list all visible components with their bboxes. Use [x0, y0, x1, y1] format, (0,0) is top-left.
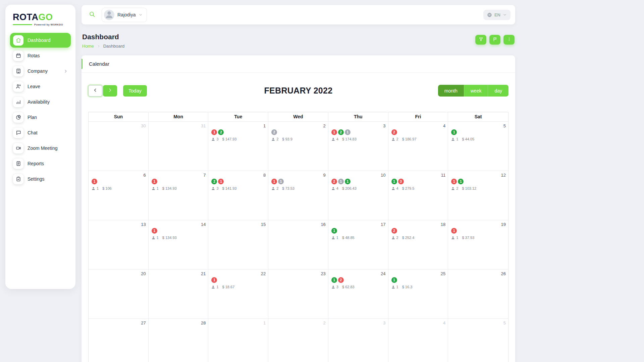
calendar-day-cell[interactable]: 30 [89, 121, 149, 171]
calendar-day-cell[interactable]: 3 [328, 318, 388, 362]
event-badge-red[interactable]: 2 [391, 129, 397, 135]
sidebar-item-dashboard[interactable]: Dashboard [10, 33, 71, 48]
calendar-day-cell[interactable]: 15 [208, 220, 268, 269]
people-count: 2 [396, 137, 398, 141]
calendar-day-cell[interactable]: 711$ 134.93 [149, 171, 209, 220]
calendar-day-cell[interactable]: 1822$ 252.4 [388, 220, 448, 269]
calendar-day-cell[interactable]: 2211$ 18.67 [208, 269, 268, 318]
event-badge-red[interactable]: 1 [271, 179, 277, 184]
calendar-day-cell[interactable]: 1411$ 134.93 [149, 220, 209, 269]
event-badge-green[interactable]: 1 [451, 129, 457, 135]
event-badge-green[interactable]: 2 [218, 129, 224, 135]
breadcrumb-home-link[interactable]: Home [82, 44, 94, 49]
chevron-down-icon [139, 13, 143, 17]
sidebar-item-company[interactable]: Company [10, 64, 71, 78]
calendar-day-cell[interactable]: 26 [448, 269, 508, 318]
filter-button[interactable] [475, 35, 486, 45]
calendar-day-cell[interactable]: 511$ 44.05 [448, 121, 508, 171]
calendar-day-cell[interactable]: 28 [149, 318, 209, 362]
event-badge-red[interactable]: 1 [211, 129, 217, 135]
event-badge-green[interactable]: 1 [331, 277, 337, 283]
calendar-day-cell[interactable]: 1911$ 37.93 [448, 220, 508, 269]
event-badge-red[interactable]: 1 [331, 129, 337, 135]
event-badge-gray[interactable]: 1 [345, 129, 351, 135]
calendar-day-cell[interactable]: 31 [149, 121, 209, 171]
calendar-day-cell[interactable]: 102114$ 206.43 [328, 171, 388, 220]
calendar-day-cell[interactable]: 27 [89, 318, 149, 362]
event-badges: 1 [451, 129, 506, 135]
sidebar-item-chat[interactable]: Chat [10, 125, 71, 140]
chat-icon [13, 128, 23, 138]
building-icon [13, 66, 23, 76]
globe-icon [487, 12, 492, 17]
event-badge-red[interactable]: 1 [451, 228, 457, 234]
event-badge-red[interactable]: 1 [218, 179, 224, 184]
event-badge-green[interactable]: 1 [345, 179, 351, 184]
calendar-day-cell[interactable]: 1123$ 147.93 [208, 121, 268, 171]
calendar-day-cell[interactable]: 611$ 106 [89, 171, 149, 220]
person-icon [391, 236, 395, 240]
calendar-day-cell[interactable]: 222$ 93.9 [268, 121, 328, 171]
calendar-day-cell[interactable]: 16 [268, 220, 328, 269]
app-logo[interactable]: ROTAGO Powered by WORKDO [5, 11, 75, 32]
calendar-day-cell[interactable]: 1 [208, 318, 268, 362]
event-badge-red[interactable]: 2 [338, 277, 344, 283]
sidebar-item-rotas[interactable]: Rotas [10, 48, 71, 63]
event-badge-green[interactable]: 1 [391, 277, 397, 283]
flag-button[interactable] [489, 35, 500, 45]
view-day-button[interactable]: day [488, 85, 508, 97]
user-menu[interactable]: Rajodiya [102, 8, 147, 22]
calendar-day-cell[interactable]: 2 [268, 318, 328, 362]
search-button[interactable] [86, 9, 98, 20]
sidebar-item-availability[interactable]: Availability [10, 95, 71, 109]
calendar-day-cell[interactable]: 20 [89, 269, 149, 318]
calendar-day-cell[interactable]: 5 [448, 318, 508, 362]
calendar-day-cell[interactable]: 2511$ 16.3 [388, 269, 448, 318]
calendar-day-cell[interactable]: 9112$ 73.53 [268, 171, 328, 220]
event-badges: 2 [391, 228, 446, 234]
event-badge-gray[interactable]: 1 [278, 179, 284, 184]
calendar-day-cell[interactable]: 24123$ 62.83 [328, 269, 388, 318]
event-badge-red[interactable]: 1 [152, 179, 157, 184]
event-badge-gray[interactable]: 1 [338, 179, 344, 184]
calendar-day-cell[interactable]: 8213$ 141.93 [208, 171, 268, 220]
calendar-day-cell[interactable]: 12112$ 103.12 [448, 171, 508, 220]
sidebar-item-leave[interactable]: Leave [10, 79, 71, 94]
view-month-button[interactable]: month [438, 85, 464, 97]
calendar-day-cell[interactable]: 422$ 186.97 [388, 121, 448, 171]
event-badge-green[interactable]: 2 [211, 179, 217, 184]
sidebar-item-settings[interactable]: Settings [10, 172, 71, 186]
calendar-day-cell[interactable]: 21 [149, 269, 209, 318]
event-badges: 21 [211, 179, 266, 185]
calendar-day-cell[interactable]: 11134$ 279.5 [388, 171, 448, 220]
view-week-button[interactable]: week [464, 85, 488, 97]
event-badge-red[interactable]: 2 [331, 179, 337, 184]
event-badge-green[interactable]: 2 [338, 129, 344, 135]
event-badge-red[interactable]: 3 [398, 179, 404, 184]
view-switcher: monthweekday [438, 85, 508, 97]
event-badge-green[interactable]: 1 [458, 179, 464, 184]
event-badge-green[interactable]: 1 [331, 228, 337, 234]
event-badges: 1 [152, 228, 206, 234]
prev-month-button[interactable] [88, 85, 102, 97]
calendar-day-cell[interactable]: 4 [388, 318, 448, 362]
language-selector[interactable]: EN [483, 10, 511, 20]
event-badge-green[interactable]: 1 [391, 179, 397, 184]
event-badge-red[interactable]: 1 [451, 179, 457, 184]
calendar-day-cell[interactable]: 23 [268, 269, 328, 318]
calendar-day-cell[interactable]: 13 [89, 220, 149, 269]
event-badge-red[interactable]: 2 [391, 228, 397, 234]
calendar-day-cell[interactable]: 1711$ 48.85 [328, 220, 388, 269]
today-button[interactable]: Today [123, 85, 147, 97]
next-month-button[interactable] [103, 85, 117, 97]
calendar-day-cell[interactable]: 31214$ 174.83 [328, 121, 388, 171]
sidebar-item-zoom-meeting[interactable]: Zoom Meeting [10, 141, 71, 156]
event-badge-red[interactable]: 1 [152, 228, 157, 234]
event-badge-gray[interactable]: 2 [271, 129, 277, 135]
sidebar-item-reports[interactable]: Reports [10, 156, 71, 171]
sidebar-item-plan[interactable]: Plan [10, 110, 71, 125]
event-badge-red[interactable]: 1 [211, 277, 217, 283]
event-badges [92, 129, 146, 135]
more-options-button[interactable] [503, 35, 515, 45]
event-badge-red[interactable]: 1 [92, 179, 97, 184]
